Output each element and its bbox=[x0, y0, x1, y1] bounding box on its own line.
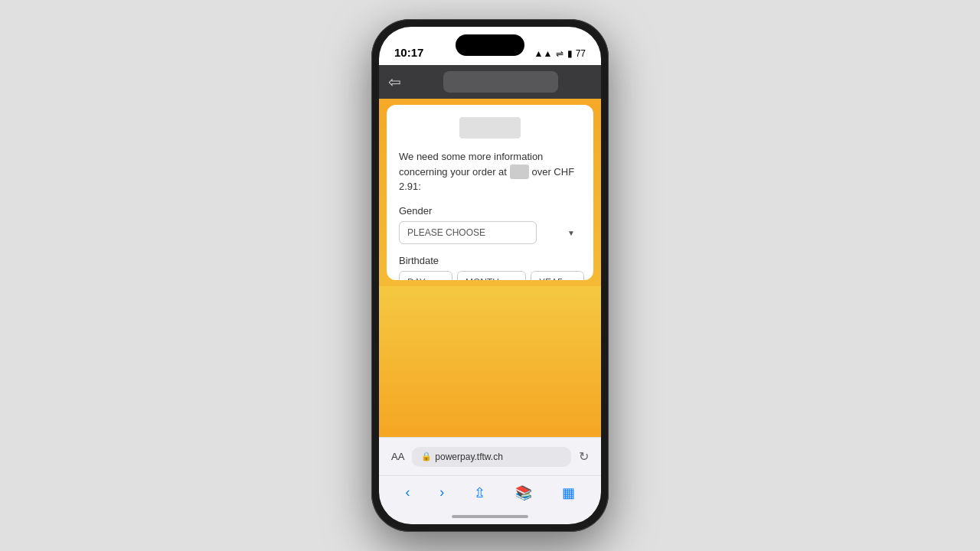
address-bar-container bbox=[409, 71, 592, 93]
gender-group: Gender PLEASE CHOOSE Male Female ▼ bbox=[399, 205, 581, 244]
reload-button[interactable]: ↻ bbox=[574, 449, 593, 464]
phone-screen: 10:17 ▲▲ ⇌ ▮ 77 ⇦ bbox=[379, 27, 601, 524]
home-bar bbox=[452, 515, 528, 518]
nav-bookmarks-button[interactable]: 📚 bbox=[515, 484, 532, 501]
url-section[interactable]: 🔒 powerpay.tftw.ch bbox=[412, 447, 571, 467]
gender-select[interactable]: PLEASE CHOOSE Male Female bbox=[399, 221, 537, 244]
birthdate-label: Birthdate bbox=[399, 255, 581, 266]
month-select-wrapper: MONTH ▼ bbox=[457, 271, 526, 281]
browser-nav-bar: ⇦ bbox=[379, 65, 601, 99]
info-text: We need some more information concerning… bbox=[399, 149, 581, 194]
gradient-background bbox=[379, 286, 601, 437]
month-select[interactable]: MONTH bbox=[457, 271, 526, 281]
wifi-icon: ⇌ bbox=[556, 48, 564, 59]
bottom-address-bar: AA 🔒 powerpay.tftw.ch ↻ bbox=[379, 437, 601, 475]
birthdate-row: DAY ▼ MONTH ▼ bbox=[399, 271, 581, 281]
signal-icon: ▲▲ bbox=[534, 48, 553, 59]
gender-label: Gender bbox=[399, 205, 581, 217]
nav-tabs-button[interactable]: ▦ bbox=[562, 484, 575, 501]
day-select[interactable]: DAY bbox=[399, 271, 452, 281]
card-header bbox=[399, 117, 581, 139]
browser-nav-buttons: ‹ › ⇫ 📚 ▦ bbox=[379, 475, 601, 509]
nav-forward-button[interactable]: › bbox=[439, 484, 444, 500]
status-icons: ▲▲ ⇌ ▮ 77 bbox=[534, 48, 586, 59]
battery-icon: ▮ 77 bbox=[567, 48, 586, 59]
birthdate-group: Birthdate DAY ▼ MONTH bbox=[399, 255, 581, 281]
merchant-name-blurred bbox=[510, 165, 529, 180]
aa-button[interactable]: AA bbox=[387, 451, 409, 462]
merchant-logo bbox=[459, 117, 521, 139]
status-time: 10:17 bbox=[394, 46, 423, 59]
day-select-wrapper: DAY ▼ bbox=[399, 271, 452, 281]
address-bar-placeholder bbox=[443, 71, 558, 93]
gender-select-wrapper: PLEASE CHOOSE Male Female ▼ bbox=[399, 221, 581, 244]
phone-frame: 10:17 ▲▲ ⇌ ▮ 77 ⇦ bbox=[371, 19, 609, 532]
lock-icon: 🔒 bbox=[421, 452, 432, 461]
dynamic-island bbox=[456, 34, 524, 56]
url-text: powerpay.tftw.ch bbox=[435, 452, 503, 462]
screen-content: ⇦ We need some more information concerni… bbox=[379, 65, 601, 524]
status-bar: 10:17 ▲▲ ⇌ ▮ 77 bbox=[379, 27, 601, 65]
year-select[interactable]: YEAR bbox=[531, 271, 584, 281]
browser-area: ⇦ We need some more information concerni… bbox=[379, 65, 601, 437]
year-select-wrapper: YEAR ▼ bbox=[531, 271, 584, 281]
nav-back-button[interactable]: ‹ bbox=[405, 484, 410, 500]
payment-card: We need some more information concerning… bbox=[387, 105, 593, 280]
home-indicator bbox=[379, 509, 601, 524]
nav-share-button[interactable]: ⇫ bbox=[474, 484, 485, 501]
back-button[interactable]: ⇦ bbox=[388, 73, 401, 91]
gender-chevron-icon: ▼ bbox=[567, 228, 575, 236]
